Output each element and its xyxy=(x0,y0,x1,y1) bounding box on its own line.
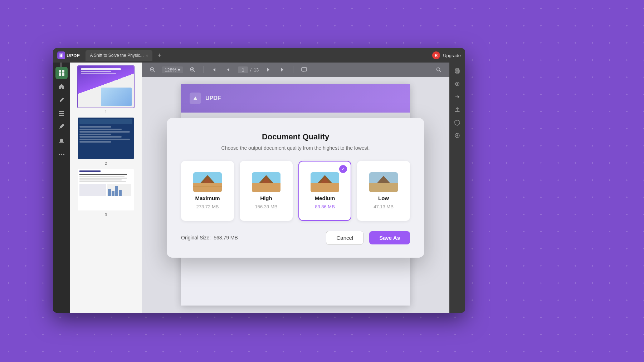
new-tab-button[interactable]: + xyxy=(155,51,164,60)
original-size-label: Original Size: xyxy=(181,235,211,240)
svg-point-11 xyxy=(63,154,64,155)
title-bar: UPDF A Shift to Solve the Physic... × + … xyxy=(53,48,465,63)
right-icon-convert[interactable] xyxy=(452,91,463,103)
svg-rect-2 xyxy=(62,70,64,73)
document-quality-modal: Document Quality Choose the output docum… xyxy=(167,118,424,258)
thumbnail-preview-3 xyxy=(77,168,135,211)
right-icon-protect[interactable] xyxy=(452,117,463,128)
selected-check-icon: ✓ xyxy=(339,165,347,173)
svg-rect-5 xyxy=(59,111,64,112)
modal-overlay: Document Quality Choose the output docum… xyxy=(142,63,449,313)
svg-rect-43 xyxy=(454,84,456,84)
modal-title: Document Quality xyxy=(181,132,410,142)
right-icon-ai[interactable] xyxy=(452,130,463,141)
original-size-display: Original Size: 568.79 MB xyxy=(181,235,238,240)
sidebar-pages-icon[interactable] xyxy=(55,108,68,120)
right-icon-print[interactable] xyxy=(452,65,463,77)
quality-preview-low xyxy=(369,172,398,192)
thumbnail-label-2: 2 xyxy=(105,161,107,165)
quality-card-maximum-label: Maximum xyxy=(195,195,220,201)
thumbnail-panel: 1 2 xyxy=(70,63,142,313)
svg-rect-32 xyxy=(311,183,339,192)
svg-rect-44 xyxy=(459,84,460,84)
svg-rect-4 xyxy=(62,73,64,76)
original-size-value: 568.79 MB xyxy=(214,235,238,240)
svg-point-9 xyxy=(59,154,60,155)
modal-subtitle: Choose the output document quality from … xyxy=(181,145,410,151)
svg-rect-36 xyxy=(369,183,398,192)
svg-point-42 xyxy=(457,83,458,85)
svg-rect-6 xyxy=(59,113,64,114)
quality-card-medium[interactable]: ✓ Medium 83.86 MB xyxy=(298,161,351,221)
logo-text: UPDF xyxy=(67,53,80,58)
quality-card-low[interactable]: Low 47.13 MB xyxy=(357,161,410,221)
quality-card-maximum-size: 273.72 MB xyxy=(196,204,219,209)
sidebar-thumbnails-icon[interactable] xyxy=(55,67,68,79)
right-sidebar xyxy=(449,63,465,313)
thumbnail-preview-1 xyxy=(77,65,135,108)
tab-title: A Shift to Solve the Physic... xyxy=(90,53,143,58)
quality-card-medium-size: 83.86 MB xyxy=(315,204,335,209)
thumbnail-label-1: 1 xyxy=(105,110,107,114)
sidebar-annotate-icon[interactable] xyxy=(55,121,68,133)
sidebar-more-icon[interactable] xyxy=(55,148,68,160)
sidebar-edit-icon[interactable] xyxy=(55,94,68,106)
thumbnail-page-2[interactable]: 2 xyxy=(73,117,139,165)
save-as-button[interactable]: Save As xyxy=(369,231,410,244)
svg-rect-26 xyxy=(193,186,222,187)
quality-card-low-label: Low xyxy=(378,195,389,201)
right-icon-scan[interactable] xyxy=(452,78,463,90)
quality-card-maximum[interactable]: Maximum 273.72 MB xyxy=(181,161,234,221)
svg-rect-8 xyxy=(59,142,64,143)
thumbnail-preview-2 xyxy=(77,117,135,160)
app-logo: UPDF xyxy=(57,51,80,59)
user-avatar: R xyxy=(432,51,440,59)
app-body: 1 2 xyxy=(53,63,465,313)
svg-rect-3 xyxy=(59,73,61,76)
svg-rect-1 xyxy=(59,70,61,73)
svg-rect-7 xyxy=(59,115,64,116)
quality-cards-container: Maximum 273.72 MB xyxy=(181,161,410,221)
app-window: UPDF A Shift to Solve the Physic... × + … xyxy=(53,48,465,313)
svg-point-10 xyxy=(61,154,62,155)
quality-preview-maximum xyxy=(193,172,222,192)
thumbnail-page-3[interactable]: 3 xyxy=(73,168,139,217)
upgrade-label: Upgrade xyxy=(443,53,461,58)
upgrade-button[interactable]: Upgrade xyxy=(443,53,461,58)
right-icon-share[interactable] xyxy=(452,104,463,115)
quality-preview-high xyxy=(252,172,280,192)
thumbnail-page-1[interactable]: 1 xyxy=(73,65,139,114)
sidebar-home-icon[interactable] xyxy=(55,80,68,93)
sidebar-stamp-icon[interactable] xyxy=(55,135,68,147)
quality-card-high[interactable]: High 156.39 MB xyxy=(240,161,293,221)
title-bar-right: R Upgrade xyxy=(432,51,461,59)
thumbnail-label-3: 3 xyxy=(105,213,107,217)
quality-card-high-label: High xyxy=(260,195,272,201)
quality-preview-medium xyxy=(311,172,339,192)
left-sidebar xyxy=(53,63,70,313)
modal-footer: Original Size: 568.79 MB Cancel Save As xyxy=(181,231,410,245)
cancel-button[interactable]: Cancel xyxy=(326,231,364,245)
logo-icon xyxy=(57,51,65,59)
quality-card-medium-label: Medium xyxy=(315,195,335,201)
tab-close-button[interactable]: × xyxy=(146,53,148,58)
svg-rect-28 xyxy=(252,183,280,192)
quality-card-low-size: 47.13 MB xyxy=(374,204,394,209)
document-tab[interactable]: A Shift to Solve the Physic... × xyxy=(86,50,152,61)
main-content: 128% ▾ xyxy=(142,63,449,313)
quality-card-high-size: 156.39 MB xyxy=(255,204,278,209)
svg-rect-23 xyxy=(193,183,222,192)
